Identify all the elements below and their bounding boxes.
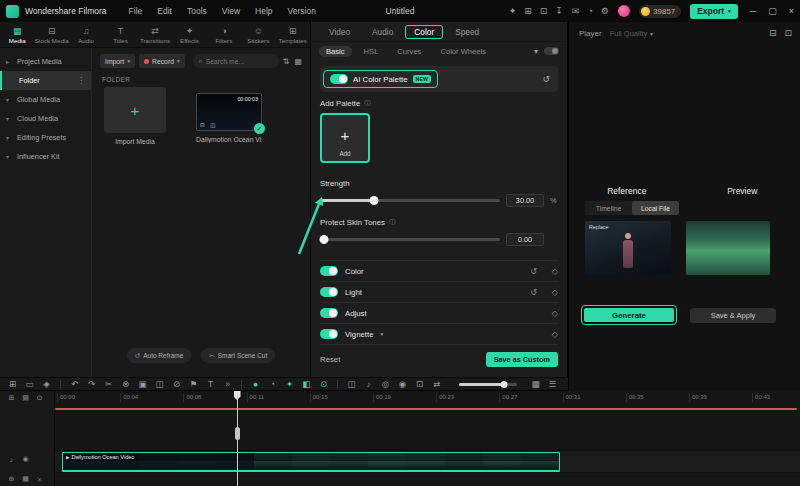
workspace-icon[interactable]: ⊞ — [524, 7, 532, 16]
search-box[interactable]: ⌕ — [193, 54, 279, 68]
lock-icon[interactable]: ⊙ — [33, 394, 46, 402]
mini-player-icon[interactable]: ⊟ — [769, 29, 777, 38]
mute-track-icon[interactable]: ♪ — [5, 456, 18, 463]
color-wheel-icon[interactable]: ◔ — [264, 380, 281, 389]
tab-stock-media[interactable]: ⊟ Stock Media — [34, 26, 68, 44]
toggle[interactable] — [320, 329, 338, 339]
speed-icon[interactable]: ⊘ — [168, 380, 185, 389]
fullscreen-icon[interactable]: ⊡ — [784, 29, 792, 38]
tab-audio[interactable]: ♫ Audio — [69, 26, 103, 44]
download-icon[interactable]: ↧ — [555, 7, 563, 16]
reset-button[interactable]: Reset — [320, 355, 340, 364]
layout-icon[interactable]: ⊞ — [4, 380, 21, 389]
keyframe-view-icon[interactable]: ▦ — [527, 380, 544, 389]
subtab-curves[interactable]: Curves — [390, 46, 428, 57]
keyframe-icon[interactable]: ◇ — [552, 309, 558, 318]
menu-item[interactable]: Version — [288, 6, 316, 16]
menu-item[interactable]: View — [222, 6, 240, 16]
sidebar-influencer-kit[interactable]: ▾ Influencer Kit — [0, 147, 91, 166]
list-view-icon[interactable]: ☰ — [544, 380, 561, 389]
skin-tones-slider[interactable] — [320, 235, 500, 244]
record-button[interactable]: Record ▾ — [139, 54, 185, 68]
menu-item[interactable]: Edit — [157, 6, 172, 16]
marker-icon[interactable]: ⚑ — [185, 380, 202, 389]
tab-local-file[interactable]: Local File — [632, 201, 679, 215]
pointer-icon[interactable]: ▭ — [21, 380, 38, 389]
maximize-button[interactable]: ▢ — [768, 6, 777, 16]
tab-titles[interactable]: T Titles — [103, 26, 137, 44]
sort-icon[interactable]: ⇅ — [283, 57, 290, 66]
mic-icon[interactable]: ◎ — [377, 380, 394, 389]
settings-icon[interactable]: ⚙ — [601, 7, 609, 16]
render-icon[interactable]: ● — [247, 380, 264, 389]
toggle[interactable] — [320, 287, 338, 297]
reset-icon[interactable]: ↺ — [530, 267, 537, 276]
minimize-button[interactable]: ─ — [750, 6, 756, 16]
playhead-grip[interactable] — [235, 427, 240, 440]
tab-color[interactable]: Color — [405, 25, 443, 39]
snapshot-icon[interactable]: ⊡ — [411, 380, 428, 389]
import-button[interactable]: Import ▾ — [100, 54, 135, 68]
subtab-hsl[interactable]: HSL — [357, 46, 386, 57]
reset-icon[interactable]: ↺ — [530, 288, 537, 297]
search-input[interactable] — [206, 58, 273, 65]
track-menu-icon[interactable]: ▤ — [19, 394, 32, 402]
ai-color-icon[interactable]: ✦ — [281, 380, 298, 389]
keyframe-icon[interactable]: ◇ — [552, 288, 558, 297]
sidebar-global-media[interactable]: ▾ Global Media — [0, 90, 91, 109]
color-match-icon[interactable]: ⊙ — [315, 380, 332, 389]
strength-slider[interactable] — [320, 196, 500, 205]
delete-track-icon[interactable]: × — [33, 476, 46, 483]
chevron-down-icon[interactable]: ▾ — [534, 47, 538, 56]
toggle[interactable] — [320, 266, 338, 276]
import-media-tile[interactable]: + Import Media — [104, 87, 166, 145]
reference-thumbnail[interactable]: Replace — [585, 221, 671, 275]
ai-palette-toggle[interactable] — [330, 74, 348, 84]
notification-icon[interactable]: ◔ — [587, 7, 592, 16]
undo-icon[interactable]: ↶ — [66, 380, 83, 389]
sidebar-cloud-media[interactable]: ▾ Cloud Media — [0, 109, 91, 128]
subtab-color-wheels[interactable]: Color Wheels — [433, 46, 493, 57]
mask-icon[interactable]: ◫ — [343, 380, 360, 389]
more-tools-icon[interactable]: » — [219, 380, 236, 389]
more-icon[interactable]: ⋮ — [77, 76, 85, 85]
slider-thumb[interactable] — [501, 381, 508, 388]
tab-filters[interactable]: ◑ Filters — [207, 26, 241, 44]
slider-thumb[interactable] — [370, 196, 379, 205]
split-icon[interactable]: ◫ — [151, 380, 168, 389]
crop-icon[interactable]: ▣ — [134, 380, 151, 389]
sidebar-project-media[interactable]: ▸ Project Media — [0, 52, 91, 71]
tab-speed[interactable]: Speed — [445, 25, 489, 39]
screen-record-icon[interactable]: ⊡ — [540, 7, 548, 16]
media-clip-tile[interactable]: 00:00:03 ⊡ ◫ ✓ Dailymotion Ocean Vi... — [196, 87, 262, 145]
tab-effects[interactable]: ✦ Effects — [172, 26, 206, 44]
text-icon[interactable]: T — [202, 380, 219, 389]
timeline-clip[interactable]: ▶ Dailymotion Ocean Video — [62, 452, 560, 472]
keyframe-icon[interactable]: ◇ — [552, 330, 558, 339]
grid-view-icon[interactable]: ▦ — [19, 475, 32, 483]
add-track-icon[interactable]: ⊞ — [5, 394, 18, 402]
tab-stickers[interactable]: ☺ Stickers — [241, 26, 275, 44]
sidebar-folder[interactable]: Folder ⋮ — [0, 71, 91, 90]
subtab-basic[interactable]: Basic — [319, 46, 352, 57]
message-icon[interactable]: ✉ — [572, 7, 580, 16]
avatar[interactable] — [618, 5, 630, 17]
generate-button[interactable]: Generate — [584, 308, 674, 322]
toggle[interactable] — [320, 308, 338, 318]
quality-dropdown[interactable]: Full Quality ▾ — [610, 29, 653, 38]
palette-icon[interactable]: ◧ — [298, 380, 315, 389]
tab-transitions[interactable]: ⇄ Transitions — [138, 26, 172, 44]
export-button[interactable]: Export ▾ — [690, 4, 738, 19]
redo-icon[interactable]: ↷ — [83, 380, 100, 389]
slider-thumb[interactable] — [319, 235, 328, 244]
sidebar-editing-presets[interactable]: ▾ Editing Presets — [0, 128, 91, 147]
tab-timeline-source[interactable]: Timeline — [585, 201, 632, 215]
tab-media[interactable]: ▦ Media — [0, 26, 34, 44]
record-icon[interactable]: ◉ — [394, 380, 411, 389]
strength-value-input[interactable] — [506, 194, 544, 207]
auto-reframe-button[interactable]: ↺ Auto Reframe — [127, 348, 192, 363]
audio-mixer-icon[interactable]: ♪ — [360, 380, 377, 389]
add-palette-button[interactable]: + Add — [320, 113, 370, 163]
timeline-ruler[interactable]: 00:0000:0400:0800:1100:1500:1900:2300:27… — [57, 393, 800, 404]
timeline-zoom-slider[interactable] — [459, 380, 517, 389]
